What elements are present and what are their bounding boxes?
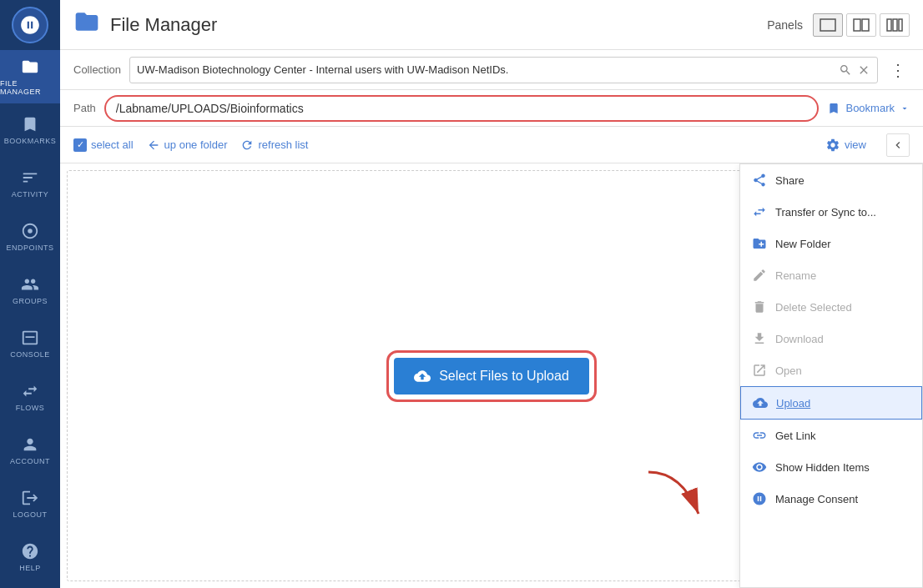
- select-all-checkbox: ✓: [73, 138, 87, 152]
- collection-bar: Collection UW-Madison Biotechnology Cent…: [60, 50, 923, 90]
- link-icon: [752, 428, 767, 443]
- more-options-button[interactable]: ⋮: [886, 57, 910, 83]
- sidebar-item-flows-label: FLOWS: [16, 404, 45, 412]
- page-title: File Manager: [110, 14, 217, 36]
- panels-label: Panels: [767, 18, 803, 32]
- refresh-button[interactable]: refresh list: [240, 138, 308, 152]
- sidebar-item-logout-label: LOGOUT: [13, 510, 47, 519]
- up-folder-icon: [147, 138, 160, 152]
- up-one-folder-button[interactable]: up one folder: [147, 138, 228, 152]
- share-icon: [752, 173, 767, 188]
- new-folder-icon: [752, 236, 767, 251]
- collection-input-wrapper[interactable]: UW-Madison Biotechnology Center - Intern…: [129, 57, 878, 83]
- sidebar-item-file-manager[interactable]: FILE MANAGER: [0, 50, 60, 103]
- menu-item-open: Open: [740, 354, 922, 386]
- delete-label: Delete Selected: [775, 301, 852, 314]
- path-input-wrapper: [104, 95, 820, 122]
- panel-triple-btn[interactable]: [880, 13, 910, 37]
- sidebar-item-console[interactable]: CONSOLE: [0, 317, 60, 370]
- path-bar: Path Bookmark: [60, 90, 923, 127]
- menu-item-delete: Delete Selected: [740, 291, 922, 323]
- panel-buttons: [813, 13, 910, 37]
- bookmark-button[interactable]: Bookmark: [827, 102, 910, 115]
- manage-consent-label: Manage Consent: [775, 493, 858, 505]
- open-label: Open: [775, 364, 802, 377]
- toolbar: ✓ select all up one folder refresh list …: [60, 127, 923, 163]
- refresh-label: refresh list: [258, 138, 308, 151]
- upload-icon: [414, 368, 431, 384]
- collection-label: Collection: [73, 63, 121, 76]
- sidebar-item-logout[interactable]: LOGOUT: [0, 477, 60, 530]
- arrow-annotation: [632, 464, 715, 530]
- download-label: Download: [775, 333, 824, 345]
- view-button[interactable]: view: [825, 138, 866, 153]
- logo-icon: [12, 7, 48, 43]
- upload-button-label: Select Files to Upload: [439, 369, 569, 384]
- menu-item-manage-consent[interactable]: Manage Consent: [740, 483, 922, 515]
- refresh-icon: [240, 138, 254, 152]
- get-link-label: Get Link: [775, 430, 815, 442]
- bookmark-label: Bookmark: [845, 102, 895, 114]
- transfer-icon: [752, 204, 767, 219]
- select-all-label: select all: [91, 138, 134, 151]
- path-label: Path: [73, 102, 96, 114]
- menu-item-new-folder[interactable]: New Folder: [740, 228, 922, 259]
- sidebar-item-activity[interactable]: ACTIVITY: [0, 157, 60, 210]
- menu-item-transfer[interactable]: Transfer or Sync to...: [740, 196, 922, 228]
- chevron-down-icon: [900, 103, 910, 113]
- panel-double-btn[interactable]: [846, 13, 876, 37]
- menu-item-show-hidden[interactable]: Show Hidden Items: [740, 451, 922, 483]
- menu-item-share[interactable]: Share: [740, 164, 922, 196]
- main-content: File Manager Panels Collection UW-Madiso…: [60, 0, 923, 588]
- collection-icons: [839, 63, 870, 77]
- clear-icon[interactable]: [857, 63, 870, 77]
- settings-icon: [825, 138, 840, 153]
- sidebar-item-endpoints[interactable]: ENDPOINTS: [0, 210, 60, 264]
- context-menu: Share Transfer or Sync to... New Folder: [739, 163, 923, 588]
- svg-rect-3: [862, 19, 869, 31]
- sidebar: FILE MANAGER BOOKMARKS ACTIVITY ENDPOINT…: [0, 0, 60, 588]
- download-icon: [752, 331, 767, 346]
- select-all-button[interactable]: ✓ select all: [73, 138, 134, 152]
- top-header: File Manager Panels: [60, 0, 923, 50]
- svg-rect-1: [820, 19, 835, 31]
- sidebar-item-activity-label: ACTIVITY: [12, 190, 49, 199]
- search-icon[interactable]: [839, 63, 852, 77]
- consent-icon: [752, 491, 767, 506]
- file-manager-icon: [73, 8, 100, 41]
- select-files-button[interactable]: Select Files to Upload: [394, 358, 589, 395]
- menu-item-upload[interactable]: Upload: [740, 386, 922, 420]
- view-label: view: [845, 138, 866, 151]
- sidebar-item-bookmarks-label: BOOKMARKS: [4, 137, 57, 145]
- share-label: Share: [775, 174, 804, 187]
- svg-rect-4: [887, 19, 891, 31]
- panel-single-btn[interactable]: [813, 13, 843, 37]
- collapse-panel-button[interactable]: [886, 133, 910, 157]
- sidebar-item-help-label: HELP: [19, 564, 41, 572]
- file-area-wrapper: × Select Files to Upload: [60, 163, 923, 588]
- app-logo: [0, 0, 60, 50]
- open-icon: [752, 363, 767, 378]
- transfer-label: Transfer or Sync to...: [775, 206, 876, 219]
- upload-menu-icon: [753, 395, 768, 410]
- path-input[interactable]: [104, 95, 820, 122]
- sidebar-item-endpoints-label: ENDPOINTS: [6, 244, 53, 252]
- svg-rect-6: [899, 19, 902, 31]
- menu-item-rename: Rename: [740, 259, 922, 291]
- sidebar-item-flows[interactable]: FLOWS: [0, 370, 60, 424]
- sidebar-item-help[interactable]: HELP: [0, 530, 60, 584]
- svg-rect-5: [893, 19, 897, 31]
- svg-rect-2: [854, 19, 860, 31]
- menu-item-get-link[interactable]: Get Link: [740, 420, 922, 451]
- sidebar-item-account-label: ACCOUNT: [10, 457, 50, 465]
- svg-point-0: [28, 229, 33, 234]
- sidebar-item-account[interactable]: ACCOUNT: [0, 424, 60, 477]
- sidebar-item-file-manager-label: FILE MANAGER: [0, 79, 60, 96]
- sidebar-item-console-label: CONSOLE: [10, 350, 50, 359]
- sidebar-item-groups[interactable]: GROUPS: [0, 264, 60, 317]
- eye-icon: [752, 460, 767, 475]
- sidebar-item-groups-label: GROUPS: [13, 297, 48, 305]
- sidebar-item-bookmarks[interactable]: BOOKMARKS: [0, 103, 60, 157]
- rename-icon: [752, 268, 767, 283]
- rename-label: Rename: [775, 269, 816, 282]
